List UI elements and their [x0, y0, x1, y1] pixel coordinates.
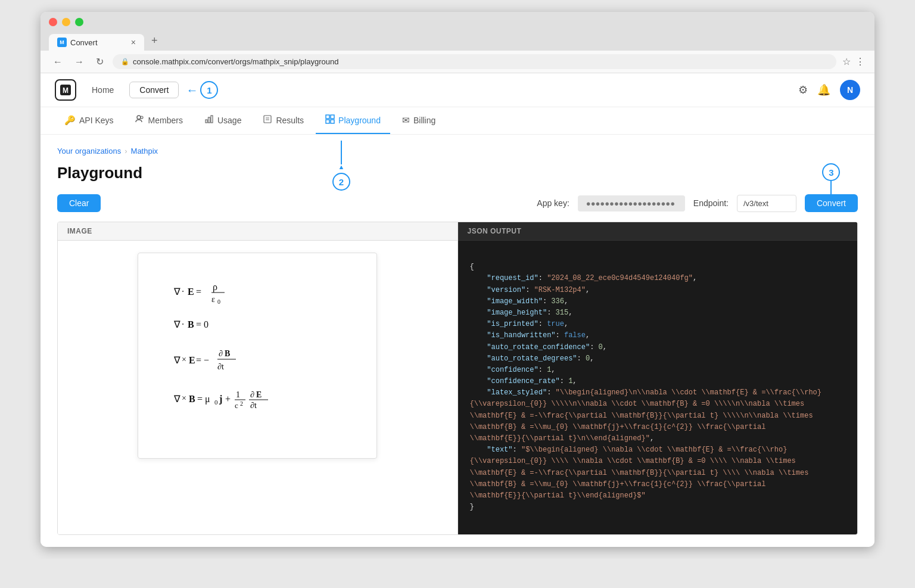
extensions-button[interactable]: ⋮ [855, 56, 865, 67]
page-body: ▲ 2 Your organizations › Mathpix Playgro… [41, 135, 874, 547]
top-nav: M Home Convert ← 1 ⚙ 🔔 N [41, 73, 874, 107]
back-button[interactable]: ← [50, 55, 66, 69]
annotation-3-area: 3 ▼ Convert [805, 194, 858, 212]
svg-text:= 0: = 0 [196, 319, 208, 329]
json-panel: JSON OUTPUT { "request_id": "2024_08_22_… [458, 222, 858, 534]
svg-text:= μ: = μ [197, 394, 210, 405]
image-panel-content: ∇ ⋅ E = ρ ε 0 ∇ ⋅ [58, 241, 458, 471]
svg-text:2: 2 [240, 400, 243, 407]
svg-text:⋅: ⋅ [182, 319, 184, 328]
reload-button[interactable]: ↻ [93, 55, 107, 69]
svg-text:×: × [182, 394, 186, 403]
lock-icon: 🔒 [121, 58, 129, 66]
home-nav-link[interactable]: Home [88, 83, 117, 97]
browser-buttons [49, 18, 866, 26]
minimize-button[interactable] [62, 18, 70, 26]
annotation-circle-2: 2 [332, 173, 350, 191]
subnav-item-api-keys[interactable]: 🔑 API Keys [55, 108, 123, 134]
tab-favicon: M [57, 38, 67, 47]
results-icon [263, 114, 272, 126]
subnav-item-playground[interactable]: Playground [316, 107, 390, 134]
arrow-down-line [830, 181, 832, 194]
svg-text:∇: ∇ [173, 394, 180, 404]
usage-icon [204, 114, 214, 126]
image-panel: IMAGE ∇ ⋅ E = ρ [58, 222, 458, 534]
avatar[interactable]: N [840, 80, 860, 100]
annotation-3-arrow: 3 ▼ [822, 163, 840, 201]
image-panel-header: IMAGE [58, 222, 458, 241]
address-bar-container: ← → ↻ 🔒 console.mathpix.com/convert/orgs… [41, 51, 874, 73]
svg-text:×: × [182, 355, 186, 364]
convert-nav-button[interactable]: Convert [129, 82, 179, 98]
svg-text:∇: ∇ [173, 355, 180, 365]
forward-button[interactable]: → [71, 55, 87, 69]
app-key-label: App key: [537, 198, 569, 208]
subnav-api-keys-label: API Keys [79, 116, 114, 125]
notification-icon-button[interactable]: 🔔 [817, 83, 830, 97]
tab-close-icon[interactable]: × [131, 38, 136, 47]
svg-text:1: 1 [236, 390, 240, 399]
maximize-button[interactable] [75, 18, 83, 26]
address-bar[interactable]: 🔒 console.mathpix.com/convert/orgs/mathp… [113, 54, 836, 69]
settings-icon-button[interactable]: ⚙ [798, 83, 808, 97]
browser-tabs: M Convert × + [49, 31, 866, 51]
svg-rect-6 [211, 116, 213, 123]
subnav-item-billing[interactable]: ✉ Billing [393, 108, 445, 134]
new-tab-button[interactable]: + [145, 31, 164, 51]
svg-text:∂: ∂ [219, 349, 223, 358]
subnav-item-results[interactable]: Results [253, 107, 313, 134]
subnav-usage-label: Usage [217, 116, 241, 125]
close-button[interactable] [49, 18, 57, 26]
browser-tab[interactable]: M Convert × [49, 34, 144, 51]
members-icon [135, 114, 145, 126]
page-title: Playground [57, 164, 858, 182]
svg-text:∂t: ∂t [217, 362, 224, 371]
subnav-results-label: Results [276, 116, 304, 125]
annotation-circle-3: 3 [822, 163, 840, 181]
svg-text:=: = [196, 287, 201, 297]
billing-icon: ✉ [402, 115, 410, 126]
svg-text:c: c [235, 401, 238, 410]
svg-rect-5 [208, 117, 210, 123]
annotation-2-area: ▲ 2 [332, 141, 350, 191]
subnav-billing-label: Billing [413, 116, 435, 125]
breadcrumb-separator: › [125, 147, 127, 155]
subnav-playground-label: Playground [338, 116, 381, 125]
svg-text:E: E [189, 355, 195, 365]
subnav-members-label: Members [148, 116, 183, 125]
subnav-item-members[interactable]: Members [126, 107, 192, 134]
svg-text:E: E [256, 390, 262, 399]
maxwell-equations-svg: ∇ ⋅ E = ρ ε 0 ∇ ⋅ [162, 271, 353, 438]
bookmark-button[interactable]: ☆ [842, 56, 851, 67]
json-panel-header: JSON OUTPUT [458, 222, 858, 241]
svg-text:ε: ε [211, 295, 215, 304]
api-keys-icon: 🔑 [64, 115, 76, 126]
svg-point-2 [137, 116, 141, 119]
breadcrumb-orgs-link[interactable]: Your organizations [57, 147, 121, 155]
math-formula-image: ∇ ⋅ E = ρ ε 0 ∇ ⋅ [138, 253, 377, 459]
svg-text:E: E [188, 287, 194, 297]
arrow-left-icon: ← [186, 83, 198, 97]
breadcrumb-current[interactable]: Mathpix [131, 147, 158, 155]
subnav-item-usage[interactable]: Usage [195, 107, 251, 134]
browser-actions: ☆ ⋮ [842, 56, 865, 67]
toolbar-right: App key: Endpoint: 3 ▼ Convert [537, 194, 858, 212]
sub-nav: 🔑 API Keys Members Usage Results [41, 107, 874, 135]
svg-text:M: M [63, 86, 69, 95]
svg-text:ρ: ρ [213, 282, 217, 293]
clear-button[interactable]: Clear [57, 194, 101, 212]
svg-text:B: B [189, 394, 195, 404]
svg-text:j: j [219, 394, 222, 405]
svg-text:B: B [225, 349, 230, 358]
panels: IMAGE ∇ ⋅ E = ρ [57, 222, 858, 535]
svg-text:B: B [188, 319, 194, 329]
svg-text:0: 0 [214, 399, 218, 406]
endpoint-input[interactable] [737, 195, 796, 212]
annotation-1-area: ← 1 [186, 81, 218, 99]
svg-rect-7 [264, 116, 271, 123]
app-key-input[interactable] [578, 195, 685, 211]
breadcrumb: Your organizations › Mathpix [57, 147, 858, 155]
svg-rect-10 [326, 115, 329, 119]
svg-text:0: 0 [217, 298, 220, 305]
app-content: M Home Convert ← 1 ⚙ 🔔 N 🔑 API Keys [41, 73, 874, 547]
